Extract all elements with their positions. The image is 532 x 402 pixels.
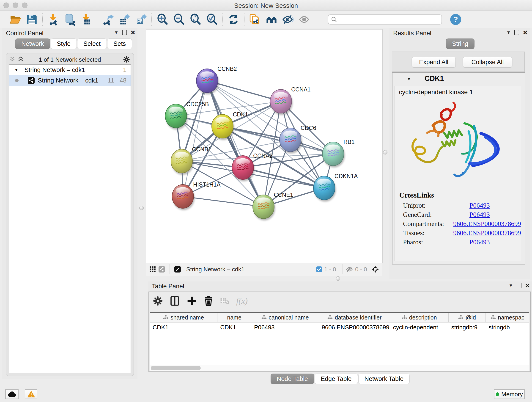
delete-table-icon[interactable]	[220, 296, 229, 306]
network-node-CDKN1A[interactable]	[313, 176, 336, 202]
add-column-icon[interactable]	[187, 296, 197, 306]
zoom-out-button[interactable]	[172, 13, 186, 26]
cdk1-section-header[interactable]: ▼ CDK1	[393, 73, 525, 85]
network-node-CCNA1[interactable]	[270, 89, 293, 115]
export-table-button[interactable]	[118, 13, 131, 26]
left-splitter-grip[interactable]	[139, 206, 144, 210]
tab-select[interactable]: Select	[77, 38, 107, 49]
column-header-namespac[interactable]: namespac	[486, 313, 529, 322]
close-panel-icon[interactable]: ×	[523, 29, 527, 36]
crosslink-link-uniprot[interactable]: P06493	[469, 202, 490, 209]
show-all-button[interactable]	[298, 13, 311, 26]
tab-node-table[interactable]: Node Table	[271, 374, 314, 384]
tab-network-table[interactable]: Network Table	[358, 374, 410, 384]
network-node-CDK1[interactable]	[212, 114, 234, 140]
float-panel-icon[interactable]	[122, 30, 127, 35]
network-edge-CCNB2-HIST1H1A[interactable]	[183, 81, 207, 196]
table-horizontal-scrollbar[interactable]	[150, 365, 529, 371]
column-header-canonical-name[interactable]: canonical name	[251, 313, 319, 322]
crosslink-link-pharos[interactable]: P06493	[469, 238, 490, 246]
first-neighbors-button[interactable]	[265, 13, 278, 26]
gear-icon[interactable]	[153, 296, 163, 306]
memory-button[interactable]: Memory	[494, 389, 525, 399]
zoom-fit-icon	[190, 13, 201, 26]
network-view-canvas[interactable]: CCNB2CCNA1CDC25BCDK1CDC6RB1CCNB1CCNA2CDK…	[146, 29, 383, 263]
tab-network[interactable]: Network	[15, 38, 50, 49]
network-node-CDC25B[interactable]	[165, 104, 188, 130]
show-columns-icon[interactable]	[170, 296, 180, 306]
network-edge-CCNE1-HIST1H1A[interactable]	[183, 196, 264, 207]
gear-icon[interactable]	[123, 56, 130, 63]
column-header-shared-name[interactable]: shared name	[150, 313, 217, 322]
warnings-button[interactable]	[25, 389, 37, 399]
function-builder-icon[interactable]: f(x)	[236, 296, 248, 306]
tab-string[interactable]: String	[446, 38, 475, 49]
column-header-name[interactable]: name	[217, 313, 251, 322]
table-row[interactable]: CDK1CDK1P064939606.ENSP00000378699cyclin…	[150, 322, 529, 332]
tab-edge-table[interactable]: Edge Table	[315, 374, 358, 384]
network-collection-row[interactable]: ▼ String Network – cdk1 1	[9, 65, 131, 75]
table-cell[interactable]: P06493	[251, 322, 319, 332]
table-toolbar: f(x)	[153, 294, 248, 308]
crosslink-link-compartments[interactable]: 9606.ENSP00000378699	[453, 220, 521, 228]
network-edge-CCNB2-CCNE1[interactable]	[207, 81, 264, 207]
refresh-button[interactable]	[227, 13, 240, 26]
section-expander-icon[interactable]: ▼	[407, 76, 411, 82]
tab-sets[interactable]: Sets	[107, 38, 132, 49]
right-splitter-grip[interactable]	[383, 150, 387, 154]
network-node-CCNB2[interactable]	[196, 69, 219, 95]
network-node-HIST1H1A[interactable]	[172, 185, 195, 210]
selected-checkbox-icon[interactable]	[316, 266, 322, 273]
export-network-button[interactable]	[101, 13, 114, 26]
network-node-RB1[interactable]	[322, 142, 345, 167]
minimize-panel-icon[interactable]: ▼	[506, 30, 511, 35]
help-button[interactable]: ?	[450, 14, 461, 25]
import-network-button[interactable]	[47, 13, 60, 26]
network-node-CCNE1[interactable]	[253, 195, 275, 220]
zoom-selected-button[interactable]	[205, 13, 219, 26]
import-table-button[interactable]	[80, 13, 93, 26]
float-panel-icon[interactable]	[517, 283, 521, 288]
node-table[interactable]: shared namenamecanonical namedatabase id…	[150, 312, 529, 365]
grid-view-button[interactable]	[148, 265, 157, 274]
scrollbar-thumb[interactable]	[151, 366, 201, 370]
network-row[interactable]: String Network – cdk1 11 48	[9, 75, 131, 86]
expand-all-button[interactable]: Expand All	[412, 57, 456, 67]
zoom-fit-button[interactable]	[189, 13, 202, 26]
hide-selected-button[interactable]	[281, 13, 295, 26]
column-header--id[interactable]: @id	[449, 313, 486, 322]
network-graph[interactable]: CCNB2CCNA1CDC25BCDK1CDC6RB1CCNB1CCNA2CDK…	[146, 30, 382, 263]
column-header-description[interactable]: description	[390, 313, 448, 322]
table-cell[interactable]: CDK1	[217, 322, 251, 332]
cloud-status-button[interactable]	[5, 389, 19, 399]
delete-column-icon[interactable]	[204, 296, 213, 306]
crosslink-link-genecard[interactable]: P06493	[469, 211, 490, 218]
minimize-panel-icon[interactable]: ▼	[509, 283, 513, 288]
horizontal-splitter-grip[interactable]	[336, 276, 340, 281]
open-session-button[interactable]	[9, 13, 22, 26]
clone-network-button[interactable]	[248, 13, 262, 26]
search-input[interactable]	[328, 14, 442, 25]
table-cell[interactable]: CDK1	[150, 322, 217, 332]
export-image-button[interactable]	[134, 13, 147, 26]
table-cell[interactable]: stringdb:9...	[449, 322, 486, 332]
column-header-database-identifier[interactable]: database identifier	[319, 313, 390, 322]
birdseye-view-button[interactable]	[173, 265, 182, 274]
table-cell[interactable]: cyclin-dependent ...	[390, 322, 448, 332]
network-icon-button[interactable]	[157, 265, 166, 274]
fit-selected-button[interactable]	[371, 265, 380, 274]
zoom-in-button[interactable]	[156, 13, 169, 26]
table-cell[interactable]: stringdb	[486, 322, 529, 332]
save-session-button[interactable]	[25, 13, 38, 26]
collapse-all-button[interactable]: Collapse All	[463, 57, 512, 67]
float-panel-icon[interactable]	[514, 30, 519, 35]
close-panel-icon[interactable]: ×	[131, 29, 135, 36]
expander-triangle-icon[interactable]: ▼	[14, 67, 19, 72]
minimize-panel-icon[interactable]: ▼	[114, 30, 119, 35]
column-type-icon	[327, 315, 332, 320]
table-cell[interactable]: 9606.ENSP00000378699	[319, 322, 390, 332]
import-network-from-database-button[interactable]	[63, 13, 76, 26]
close-panel-icon[interactable]: ×	[525, 282, 530, 288]
tab-style[interactable]: Style	[51, 38, 77, 49]
crosslink-link-tissues[interactable]: 9606.ENSP00000378699	[453, 229, 521, 237]
